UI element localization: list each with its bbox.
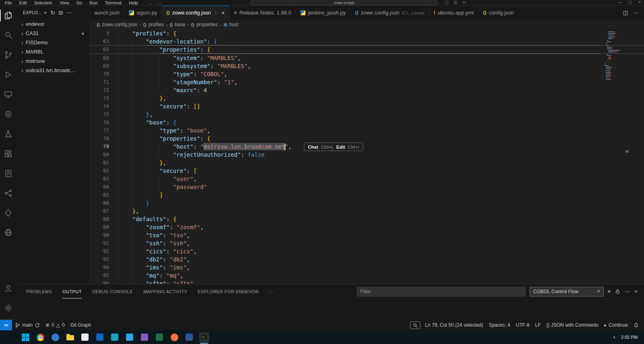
code-line-71[interactable]: 71 "stageNumber": "1", xyxy=(90,78,644,86)
tree-item-ca31[interactable]: ›CA31+ xyxy=(17,29,89,38)
breadcrumb-item-host[interactable]: host xyxy=(229,22,239,27)
code-line-76[interactable]: 76 "base": { xyxy=(90,118,644,126)
activity-bar-item-pipeline[interactable] xyxy=(0,183,17,203)
taskbar-app-vscode[interactable] xyxy=(124,332,135,342)
inline-chat-hint[interactable]: Chat Ctrl+L Edit Ctrl+I xyxy=(304,143,363,151)
tab-config.json[interactable]: {}config.json xyxy=(479,6,519,20)
minimap[interactable] xyxy=(602,29,621,284)
panel-view-dropdown[interactable]: COBOL Control Flow ˅ xyxy=(530,287,604,296)
cursor-position[interactable]: Ln 79, Col 50 (24 selected) xyxy=(422,322,486,328)
close-icon[interactable]: × xyxy=(221,10,225,16)
code-line-84[interactable]: 84 "password" xyxy=(90,183,644,191)
panel-tab-mapping-activity[interactable]: MAPPING ACTIVITY xyxy=(143,284,187,298)
panel-tab-output[interactable]: OUTPUT xyxy=(62,284,82,298)
breadcrumb-item-base[interactable]: base xyxy=(175,22,185,27)
continue-item[interactable]: ▸ Continue xyxy=(601,322,631,328)
tree-item-endevor[interactable]: ›endevor xyxy=(17,19,89,29)
code-line-83[interactable]: 83 "user", xyxy=(90,175,644,183)
activity-bar-item-search[interactable] xyxy=(0,25,17,45)
code-line-90[interactable]: 90 "tso": "tso", xyxy=(90,231,644,239)
code-line-72[interactable]: 72 "maxrc": 4 xyxy=(90,86,644,94)
code-line-79[interactable]: 79 "host": "mstrsvw.lvn.broadcom.net", xyxy=(90,143,644,151)
nav-back-icon[interactable]: ← xyxy=(149,0,153,5)
breadcrumb-item-properties[interactable]: properties xyxy=(196,22,218,27)
breadcrumb-item-profiles[interactable]: profiles xyxy=(149,22,164,27)
code-line-70[interactable]: 70 "type": "COBOL", xyxy=(90,70,644,78)
window-close-icon[interactable]: × xyxy=(638,0,641,4)
menu-go[interactable]: Go xyxy=(76,0,83,5)
activity-bar-item-remote-explorer[interactable] xyxy=(0,85,17,104)
taskbar-app-visual-studio[interactable] xyxy=(139,332,150,342)
taskbar-app-chrome[interactable] xyxy=(35,332,45,342)
activity-bar-item-extensions[interactable] xyxy=(0,144,17,164)
output-lines-icon[interactable]: ≡ xyxy=(608,288,611,294)
tab-zowe.config.json[interactable]: {}zowe.config.json.\× xyxy=(162,6,229,20)
menu-selection[interactable]: Selection xyxy=(34,0,52,5)
window-maximize-icon[interactable]: ▢ xyxy=(628,0,632,4)
code-line-75[interactable]: 75 }, xyxy=(90,110,644,118)
panel-tab-more[interactable]: ⋯ xyxy=(269,284,274,298)
code-line-81[interactable]: 81 }, xyxy=(90,159,644,167)
code-line-68[interactable]: 68 "system": "MARBLES", xyxy=(90,54,644,62)
overview-ruler[interactable] xyxy=(622,29,644,284)
window-minimize-icon[interactable]: — xyxy=(618,0,622,4)
tab-zowe.config.json[interactable]: {}zowe.config.jsonC:\...\.zowe xyxy=(351,6,429,20)
activity-bar-item-globe[interactable] xyxy=(0,223,17,242)
code-line-77[interactable]: 77 "type": "base", xyxy=(90,126,644,135)
code-line-3[interactable]: 3 "profiles": { xyxy=(90,29,644,37)
menu-help[interactable]: Help xyxy=(129,0,138,5)
zoom-indicator[interactable] xyxy=(410,321,420,329)
taskbar-app-excel[interactable] xyxy=(154,332,165,342)
activity-bar-item-output-doc[interactable] xyxy=(0,164,17,183)
language-mode-item[interactable]: {} JSON with Comments xyxy=(544,322,601,328)
notifications-bell[interactable] xyxy=(631,323,642,328)
tab-release-notes-1.98.0[interactable]: ≡Release Notes: 1.98.0 xyxy=(229,6,296,20)
code-line-82[interactable]: 82 "secure": [ xyxy=(90,167,644,175)
code-line-96[interactable]: 96 "sftp": "sftp", xyxy=(90,280,644,284)
encoding-item[interactable]: UTF-8 xyxy=(513,322,533,328)
tab-aunch.json[interactable]: aunch.json xyxy=(90,6,124,20)
menu-edit[interactable]: Edit xyxy=(19,0,27,5)
tab-ubuntu-app.yml[interactable]: !ubuntu-app.yml xyxy=(429,6,479,20)
code-line-73[interactable]: 73 }, xyxy=(90,94,644,102)
activity-bar-item-explorer[interactable] xyxy=(0,6,17,25)
taskbar-app-mail[interactable] xyxy=(95,332,105,342)
tab-jenkins-push.py[interactable]: jenkins_push.py xyxy=(296,6,350,20)
indentation-item[interactable]: Spaces: 4 xyxy=(486,322,513,328)
more-actions-icon[interactable]: ⋯ xyxy=(625,288,630,294)
code-line-95[interactable]: 95 "mq": "mq", xyxy=(90,271,644,280)
menu-view[interactable]: View xyxy=(60,0,69,5)
taskbar-app-store[interactable] xyxy=(80,332,90,342)
problems-item[interactable]: ⊗ 0 △ 0 xyxy=(43,320,68,330)
tree-item-usilca31-lvn-broadc-[interactable]: ›usilca31.lvn.broadc... xyxy=(17,66,89,75)
panel-filter-input[interactable] xyxy=(357,287,526,296)
panel-tab-explorer-for-endevor[interactable]: EXPLORER FOR ENDEVOR xyxy=(198,284,259,298)
taskbar-app-word[interactable] xyxy=(184,332,194,342)
tree-item-mstrsvw[interactable]: ›mstrsvw xyxy=(17,56,89,66)
code-line-80[interactable]: 80 "rejectUnauthorized": false xyxy=(90,151,644,159)
taskbar-app-photos[interactable] xyxy=(109,332,120,342)
activity-bar-item-settings[interactable] xyxy=(0,298,17,318)
more-actions-icon[interactable]: ⋯ xyxy=(633,10,638,16)
taskbar-app-firefox[interactable] xyxy=(169,332,180,342)
refresh-icon[interactable]: ↻ xyxy=(50,10,55,16)
taskbar-clock[interactable]: 2:02 PM xyxy=(621,335,638,340)
code-line-88[interactable]: 88 "defaults": { xyxy=(90,215,644,223)
menu-terminal[interactable]: Terminal xyxy=(105,0,122,5)
activity-bar-item-diamond[interactable] xyxy=(0,203,17,223)
layout-toggle-icon-2[interactable]: ▭ xyxy=(462,0,466,4)
activity-bar-item-account[interactable] xyxy=(0,278,17,298)
code-line-93[interactable]: 93 "db2": "db2", xyxy=(90,255,644,263)
panel-tab-debug-console[interactable]: DEBUG CONSOLE xyxy=(92,284,133,298)
layout-toggle-icon-1[interactable]: ◫ xyxy=(453,0,457,4)
eol-item[interactable]: LF xyxy=(533,322,544,328)
code-line-91[interactable]: 91 "ssh": "ssh", xyxy=(90,239,644,247)
code-line-63[interactable]: 63 "endevor-location": { xyxy=(90,37,644,46)
activity-bar-item-endevor-bridge[interactable] xyxy=(0,104,17,124)
close-panel-icon[interactable]: × xyxy=(634,288,638,294)
activity-bar-item-run-debug[interactable] xyxy=(0,65,17,85)
nav-forward-icon[interactable]: → xyxy=(158,0,162,5)
code-line-74[interactable]: 74 "secure": [] xyxy=(90,102,644,110)
split-editor-icon[interactable]: ◫ xyxy=(623,10,628,16)
remote-indicator[interactable]: >< xyxy=(0,320,12,330)
